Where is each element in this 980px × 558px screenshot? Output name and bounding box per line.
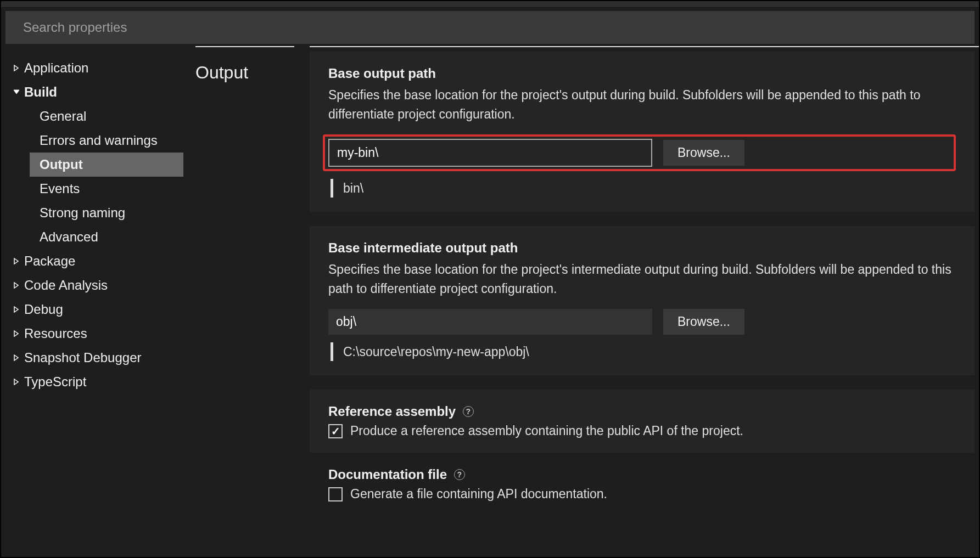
sidebar-item-label: Build — [24, 84, 57, 100]
documentation-label: Generate a file containing API documenta… — [350, 487, 607, 501]
reference-title: Reference assembly ? — [328, 404, 956, 419]
base-output-desc: Specifies the base location for the proj… — [328, 86, 956, 123]
base-output-hint: bin\ — [331, 179, 956, 198]
base-output-panel: Base output path Specifies the base loca… — [310, 52, 975, 212]
sidebar-item-build[interactable]: Build — [8, 80, 183, 104]
sidebar-item-label: Snapshot Debugger — [24, 350, 142, 365]
chevron-right-icon — [12, 65, 21, 71]
chevron-down-icon — [12, 89, 21, 95]
base-output-input-row: Browse... — [323, 134, 956, 171]
search-input[interactable] — [23, 20, 957, 35]
documentation-check-row: Generate a file containing API documenta… — [328, 487, 956, 501]
hint-bar-icon — [331, 342, 333, 361]
chevron-right-icon — [12, 258, 21, 264]
sidebar-item-events[interactable]: Events — [30, 177, 183, 201]
base-output-title: Base output path — [328, 66, 956, 81]
sidebar-item-strong-naming[interactable]: Strong naming — [30, 201, 183, 225]
titlebar — [1, 1, 979, 7]
sidebar-item-code-analysis[interactable]: Code Analysis — [8, 273, 183, 297]
documentation-checkbox[interactable] — [328, 487, 343, 501]
chevron-right-icon — [12, 354, 21, 361]
sidebar-item-typescript[interactable]: TypeScript — [8, 370, 183, 394]
reference-label: Produce a reference assembly containing … — [350, 424, 743, 438]
intermediate-input-row: Browse... — [328, 309, 956, 335]
section-heading: Output — [195, 63, 294, 83]
reference-panel: Reference assembly ? Produce a reference… — [310, 390, 975, 453]
intermediate-desc: Specifies the base location for the proj… — [328, 260, 956, 298]
documentation-title-text: Documentation file — [328, 467, 447, 482]
sidebar-item-general[interactable]: General — [30, 104, 183, 128]
documentation-panel: Documentation file ? Generate a file con… — [310, 467, 975, 516]
content-area: Output Base output path Specifies the ba… — [188, 46, 979, 557]
reference-checkbox[interactable] — [328, 424, 343, 438]
sidebar-item-label: Resources — [24, 326, 87, 341]
sidebar-build-children: General Errors and warnings Output Event… — [8, 104, 183, 249]
intermediate-browse-button[interactable]: Browse... — [663, 309, 744, 335]
intermediate-hint: C:\source\repos\my-new-app\obj\ — [331, 342, 956, 361]
help-icon[interactable]: ? — [454, 469, 465, 480]
base-output-input[interactable] — [328, 139, 652, 167]
intermediate-output-panel: Base intermediate output path Specifies … — [310, 226, 975, 375]
chevron-right-icon — [12, 306, 21, 313]
sidebar-item-snapshot-debugger[interactable]: Snapshot Debugger — [8, 346, 183, 370]
help-icon[interactable]: ? — [463, 406, 474, 417]
intermediate-input[interactable] — [328, 309, 652, 335]
sidebar-item-label: Debug — [24, 302, 63, 317]
chevron-right-icon — [12, 379, 21, 385]
chevron-right-icon — [12, 330, 21, 337]
sidebar-item-label: Package — [24, 253, 75, 269]
sidebar-item-label: Code Analysis — [24, 278, 108, 293]
sidebar-item-errors-warnings[interactable]: Errors and warnings — [30, 128, 183, 153]
sidebar-item-label: Application — [24, 60, 88, 76]
hint-bar-icon — [331, 179, 333, 198]
sidebar-item-label: TypeScript — [24, 374, 86, 390]
sidebar-item-advanced[interactable]: Advanced — [30, 225, 183, 249]
sidebar-item-debug[interactable]: Debug — [8, 297, 183, 322]
documentation-title: Documentation file ? — [328, 467, 956, 482]
sidebar-item-resources[interactable]: Resources — [8, 322, 183, 346]
sidebar-item-application[interactable]: Application — [8, 56, 183, 80]
chevron-right-icon — [12, 282, 21, 289]
base-output-browse-button[interactable]: Browse... — [663, 140, 744, 166]
search-bar — [5, 11, 975, 44]
intermediate-hint-text: C:\source\repos\my-new-app\obj\ — [343, 345, 529, 359]
reference-check-row: Produce a reference assembly containing … — [328, 424, 956, 438]
intermediate-title: Base intermediate output path — [328, 240, 956, 256]
sidebar: Application Build General Errors and war… — [1, 46, 188, 557]
properties-window: Application Build General Errors and war… — [0, 0, 980, 558]
sidebar-item-package[interactable]: Package — [8, 249, 183, 273]
reference-title-text: Reference assembly — [328, 404, 456, 419]
sidebar-item-output[interactable]: Output — [30, 153, 183, 177]
base-output-hint-text: bin\ — [343, 181, 363, 196]
